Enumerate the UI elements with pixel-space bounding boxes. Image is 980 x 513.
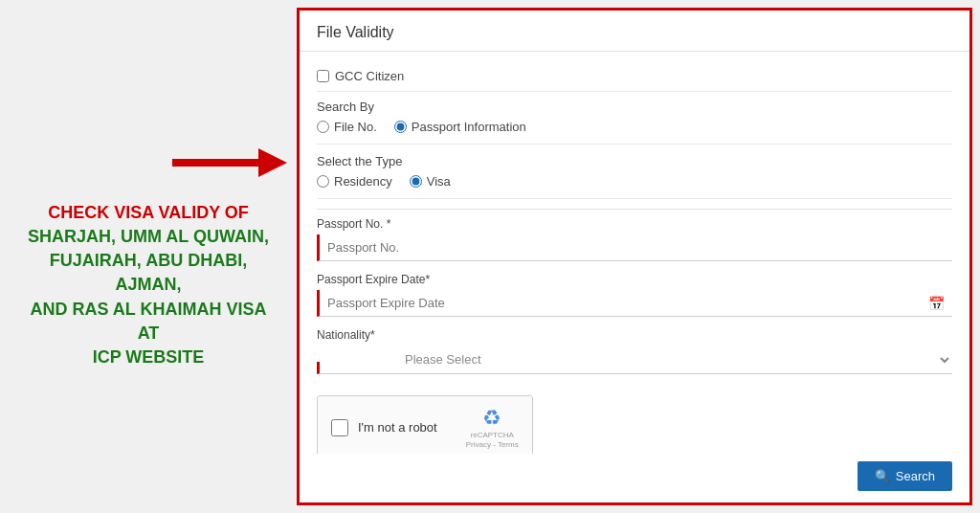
radio-file-no[interactable] [317, 121, 329, 133]
gcc-citizen-row: GCC Citizen [317, 61, 952, 92]
radio-visa[interactable] [410, 175, 422, 188]
search-by-radio-group: File No. Passport Information [317, 120, 952, 134]
select-type-group: Select the Type Residency Visa [317, 154, 952, 199]
radio-passport[interactable] [394, 121, 407, 133]
radio-file-no-option[interactable]: File No. [317, 120, 377, 134]
search-by-group: Search By File No. Passport Information [317, 100, 952, 145]
captcha-checkbox[interactable] [331, 419, 348, 436]
gcc-citizen-checkbox[interactable] [317, 70, 329, 82]
left-panel: CHECK VISA VALIDY OF SHARJAH, UMM AL QUW… [0, 0, 297, 513]
recaptcha-icon: ♻ [482, 406, 501, 431]
captcha-label: I'm not a robot [358, 420, 437, 435]
nationality-group: Nationality* Please Select [317, 328, 952, 374]
passport-no-label: Passport No. * [317, 217, 952, 231]
passport-expire-group: Passport Expire Date* 📅 [317, 273, 952, 317]
arrow-container [172, 144, 287, 182]
search-icon: 🔍 [875, 469, 890, 483]
svg-marker-1 [258, 148, 287, 177]
select-type-radio-group: Residency Visa [317, 174, 952, 189]
passport-expire-label: Passport Expire Date* [317, 273, 952, 286]
search-button[interactable]: 🔍 Search [858, 461, 952, 491]
nationality-row: Please Select [317, 346, 952, 374]
nationality-select[interactable]: Please Select [393, 346, 952, 374]
form-header: File Validity [300, 11, 969, 52]
left-description: CHECK VISA VALIDY OF SHARJAH, UMM AL QUW… [19, 201, 278, 369]
arrow-right-icon [172, 144, 287, 182]
search-by-label: Search By [317, 100, 952, 114]
captcha-logo: ♻ reCAPTCHA Privacy - Terms [466, 406, 519, 449]
passport-no-group: Passport No. * [317, 217, 952, 261]
radio-visa-option[interactable]: Visa [410, 174, 451, 189]
captcha-row: I'm not a robot ♻ reCAPTCHA Privacy - Te… [317, 386, 952, 454]
radio-residency-option[interactable]: Residency [317, 174, 392, 189]
radio-passport-option[interactable]: Passport Information [394, 120, 526, 134]
radio-residency-label: Residency [334, 174, 392, 189]
form-panel: File Validity GCC Citizen Search By File… [297, 8, 972, 505]
select-type-label: Select the Type [317, 154, 952, 168]
section-divider [317, 209, 952, 210]
nationality-label: Nationality* [317, 328, 952, 342]
passport-expire-input[interactable] [317, 290, 952, 317]
form-body: GCC Citizen Search By File No. Passport … [300, 52, 969, 454]
search-button-label: Search [896, 469, 935, 483]
calendar-icon: 📅 [928, 296, 945, 311]
captcha-box: I'm not a robot ♻ reCAPTCHA Privacy - Te… [317, 395, 533, 454]
radio-passport-label: Passport Information [412, 120, 526, 134]
gcc-citizen-label: GCC Citizen [335, 69, 404, 83]
passport-no-input[interactable] [317, 234, 952, 261]
radio-visa-label: Visa [427, 174, 451, 189]
recaptcha-sub: Privacy - Terms [466, 440, 519, 450]
recaptcha-brand: reCAPTCHA [471, 431, 514, 440]
date-input-wrapper: 📅 [317, 290, 952, 317]
form-footer: 🔍 Search [300, 454, 969, 502]
nationality-label-box [317, 362, 393, 374]
form-title: File Validity [317, 24, 394, 40]
radio-file-no-label: File No. [334, 120, 377, 134]
radio-residency[interactable] [317, 175, 329, 188]
